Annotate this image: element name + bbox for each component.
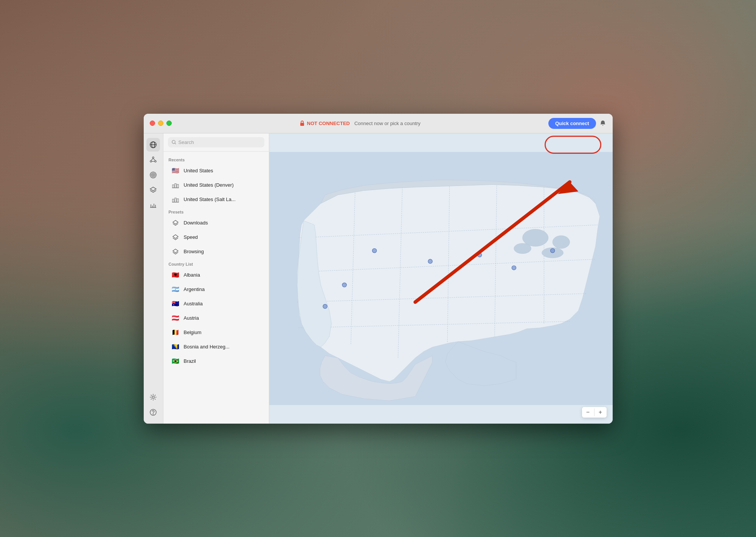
list-item[interactable]: 🇧🇪 Belgium [166, 325, 267, 340]
saltlake-label: United States (Salt La... [184, 197, 236, 202]
austria-flag: 🇦🇹 [171, 314, 180, 323]
svg-point-12 [152, 174, 154, 176]
svg-line-7 [151, 158, 153, 161]
us-label: United States [184, 168, 213, 173]
brazil-label: Brazil [184, 358, 196, 364]
chart-nav-icon[interactable] [146, 198, 160, 212]
saltlake-icon [171, 195, 180, 204]
map-controls: − + [582, 407, 607, 418]
belgium-label: Belgium [184, 330, 202, 335]
svg-marker-34 [173, 249, 178, 253]
minimize-button[interactable] [158, 121, 163, 126]
status-subtitle: Connect now or pick a country [354, 121, 421, 126]
belgium-flag: 🇧🇪 [171, 328, 180, 337]
mesh-nav-icon[interactable] [146, 153, 160, 167]
search-icon [172, 140, 176, 145]
close-button[interactable] [150, 121, 155, 126]
lock-icon [300, 120, 305, 126]
brazil-flag: 🇧🇷 [171, 357, 180, 366]
browsing-preset-icon [171, 247, 180, 256]
list-item[interactable]: Browsing [166, 245, 267, 259]
denver-label: United States (Denver) [184, 182, 234, 188]
argentina-flag: 🇦🇷 [171, 285, 180, 294]
list-item[interactable]: United States (Denver) [166, 178, 267, 192]
presets-label: Presets [163, 207, 269, 216]
globe-nav-icon[interactable] [146, 138, 160, 152]
svg-marker-13 [150, 187, 156, 191]
browsing-label: Browsing [184, 249, 204, 254]
titlebar: NOT CONNECTED Connect now or pick a coun… [144, 114, 613, 133]
svg-marker-33 [173, 235, 178, 238]
svg-line-23 [175, 143, 176, 144]
austria-label: Austria [184, 315, 199, 321]
denver-icon [171, 181, 180, 190]
svg-rect-28 [172, 199, 174, 202]
map-svg[interactable] [269, 133, 613, 424]
downloads-label: Downloads [184, 220, 208, 226]
list-item[interactable]: 🇦🇺 Australia [166, 297, 267, 311]
search-input-wrapper[interactable] [168, 137, 264, 147]
list-item[interactable]: 🇦🇷 Argentina [166, 282, 267, 297]
australia-label: Australia [184, 301, 203, 306]
list-item[interactable]: 🇦🇱 Albania [166, 268, 267, 282]
downloads-preset-icon [171, 218, 180, 227]
svg-point-49 [323, 304, 327, 308]
zoom-in-button[interactable]: + [595, 407, 607, 418]
list-item[interactable]: Speed [166, 230, 267, 245]
icon-sidebar [144, 133, 163, 424]
app-window: NOT CONNECTED Connect now or pick a coun… [144, 114, 613, 424]
speed-label: Speed [184, 234, 198, 240]
svg-rect-25 [175, 184, 176, 188]
list-item[interactable]: 🇧🇦 Bosnia and Herzeg... [166, 340, 267, 354]
albania-label: Albania [184, 272, 200, 278]
svg-point-54 [512, 265, 516, 269]
svg-point-21 [153, 413, 153, 414]
albania-flag: 🇦🇱 [171, 271, 180, 280]
recents-label: Recents [163, 155, 269, 164]
svg-rect-30 [177, 199, 179, 202]
search-box [163, 133, 269, 152]
panel-list: Recents 🇺🇸 United States United S [163, 152, 269, 424]
quick-connect-button[interactable]: Quick connect [548, 118, 596, 129]
svg-marker-32 [173, 220, 178, 224]
zoom-out-button[interactable]: − [582, 407, 594, 418]
svg-point-19 [152, 396, 154, 398]
svg-point-50 [342, 283, 346, 287]
svg-rect-0 [300, 123, 304, 126]
svg-rect-29 [175, 198, 176, 202]
list-item[interactable]: 🇦🇹 Austria [166, 311, 267, 325]
svg-point-55 [550, 248, 554, 252]
list-item[interactable]: 🇺🇸 United States [166, 164, 267, 178]
layers-nav-icon[interactable] [146, 183, 160, 197]
svg-point-5 [150, 161, 152, 162]
australia-flag: 🇦🇺 [171, 299, 180, 308]
help-nav-icon[interactable] [146, 405, 160, 419]
svg-point-4 [152, 157, 154, 158]
svg-point-22 [172, 140, 175, 143]
svg-rect-26 [177, 184, 179, 188]
nav-icons-top [146, 138, 160, 387]
svg-point-46 [553, 235, 570, 248]
settings-nav-icon[interactable] [146, 390, 160, 404]
nav-icons-bottom [146, 390, 160, 419]
search-input[interactable] [179, 139, 261, 145]
main-area: Recents 🇺🇸 United States United S [144, 133, 613, 424]
svg-rect-24 [172, 185, 174, 188]
status-label: NOT CONNECTED [307, 121, 350, 126]
svg-point-11 [151, 173, 155, 177]
list-item[interactable]: 🇧🇷 Brazil [166, 354, 267, 368]
list-item[interactable]: United States (Salt La... [166, 192, 267, 207]
target-nav-icon[interactable] [146, 168, 160, 182]
map-area: − + [269, 133, 613, 424]
bosnia-flag: 🇧🇦 [171, 342, 180, 351]
svg-point-48 [514, 243, 531, 253]
list-item[interactable]: Downloads [166, 216, 267, 230]
bosnia-label: Bosnia and Herzeg... [184, 344, 230, 350]
svg-point-51 [372, 248, 376, 252]
svg-line-8 [153, 158, 155, 161]
speed-preset-icon [171, 233, 180, 242]
maximize-button[interactable] [166, 121, 172, 126]
svg-point-6 [155, 161, 156, 162]
notifications-icon[interactable] [599, 119, 607, 127]
svg-point-52 [428, 259, 432, 263]
